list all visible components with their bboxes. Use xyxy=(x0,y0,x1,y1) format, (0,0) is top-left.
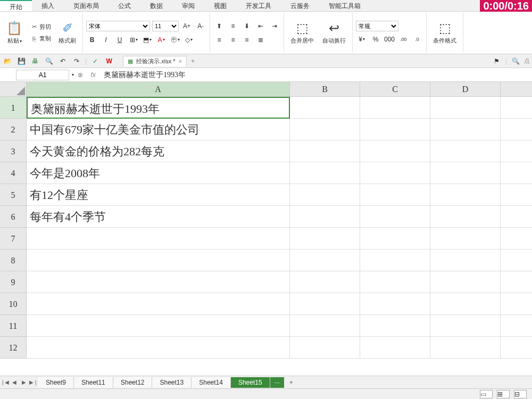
cell[interactable]: 今年是2008年 xyxy=(27,162,290,184)
cell[interactable] xyxy=(27,293,290,315)
menu-smart-toolbox[interactable]: 智能工具箱 xyxy=(319,0,370,11)
cell[interactable] xyxy=(290,337,360,359)
paste-button[interactable]: 📋 粘贴▾ xyxy=(3,20,26,46)
document-tab[interactable]: ▦ 经验演示.xlsx * × xyxy=(123,56,187,66)
cell-a1[interactable]: 奥黛丽赫本逝世于1993年 xyxy=(27,97,290,119)
sheet-nav-first[interactable]: ❘◀ xyxy=(0,379,10,385)
close-tab-button[interactable]: × xyxy=(178,58,181,64)
new-tab-button[interactable]: + xyxy=(187,56,199,66)
cell[interactable] xyxy=(501,140,532,162)
align-center-button[interactable]: ≡ xyxy=(227,34,239,46)
menu-insert[interactable]: 插入 xyxy=(32,0,64,11)
cell[interactable] xyxy=(290,119,360,140)
cell[interactable] xyxy=(430,337,501,359)
cell[interactable] xyxy=(501,206,532,228)
row-header[interactable]: 7 xyxy=(0,228,27,250)
underline-button[interactable]: U xyxy=(114,34,126,46)
cell[interactable] xyxy=(27,250,290,271)
sheet-tab[interactable]: Sheet14 xyxy=(192,377,231,388)
menu-cloud[interactable]: 云服务 xyxy=(281,0,319,11)
cell[interactable] xyxy=(501,315,532,337)
cell[interactable] xyxy=(430,119,501,140)
align-top-button[interactable]: ⬆ xyxy=(213,20,225,32)
align-middle-button[interactable]: ≡ xyxy=(227,20,239,32)
row-header[interactable]: 11 xyxy=(0,315,27,337)
cell[interactable] xyxy=(501,250,532,271)
col-header-b[interactable]: B xyxy=(290,82,360,97)
cell[interactable] xyxy=(430,293,501,315)
cell[interactable]: 有12个星座 xyxy=(27,184,290,206)
row-header[interactable]: 10 xyxy=(0,293,27,315)
cell[interactable] xyxy=(290,228,360,250)
sheet-tab[interactable]: Sheet11 xyxy=(74,377,113,388)
clear-format-button[interactable]: ◇▾ xyxy=(183,34,195,46)
format-painter-button[interactable]: ✐ 格式刷 xyxy=(55,20,79,46)
col-header-a[interactable]: A xyxy=(27,82,290,97)
cell[interactable] xyxy=(27,271,290,293)
font-color-button[interactable]: A▾ xyxy=(155,34,167,46)
cell[interactable] xyxy=(501,293,532,315)
cell[interactable] xyxy=(290,250,360,271)
increase-font-button[interactable]: A+ xyxy=(181,20,193,32)
currency-button[interactable]: ¥▾ xyxy=(356,34,368,45)
cell[interactable] xyxy=(290,271,360,293)
bold-button[interactable]: B xyxy=(86,34,98,46)
conditional-format-button[interactable]: ⬚ 条件格式 xyxy=(430,20,460,46)
cell[interactable] xyxy=(27,315,290,337)
cell[interactable] xyxy=(27,337,290,359)
cell[interactable]: 中国有679家十亿美金市值的公司 xyxy=(27,119,290,140)
cell[interactable] xyxy=(360,337,430,359)
cell[interactable]: 今天黄金的价格为282每克 xyxy=(27,140,290,162)
cell[interactable] xyxy=(430,206,501,228)
number-format-select[interactable]: 常规 xyxy=(356,21,398,31)
cell[interactable] xyxy=(430,250,501,271)
cell[interactable] xyxy=(501,119,532,140)
row-header[interactable]: 12 xyxy=(0,337,27,359)
cell[interactable] xyxy=(360,162,430,184)
increase-decimal-button[interactable]: .00 xyxy=(397,34,409,45)
cell[interactable] xyxy=(501,337,532,359)
name-box[interactable] xyxy=(16,70,69,80)
cell[interactable] xyxy=(360,271,430,293)
cell[interactable] xyxy=(360,315,430,337)
copy-button[interactable]: ⎘复制 xyxy=(28,34,53,44)
align-left-button[interactable]: ≡ xyxy=(213,34,225,46)
align-bottom-button[interactable]: ⬇ xyxy=(241,20,253,32)
cancel-formula-button[interactable]: ⊗ xyxy=(74,71,87,79)
cell[interactable] xyxy=(430,184,501,206)
menu-review[interactable]: 审阅 xyxy=(172,0,204,11)
cell[interactable] xyxy=(430,162,501,184)
col-header-d[interactable]: D xyxy=(430,82,501,97)
cell[interactable] xyxy=(501,271,532,293)
row-header[interactable]: 8 xyxy=(0,250,27,271)
col-header-c[interactable]: C xyxy=(360,82,430,97)
formula-input[interactable]: 奥黛丽赫本逝世于1993年 xyxy=(99,69,532,81)
cut-button[interactable]: ✂剪切 xyxy=(28,22,53,32)
row-header[interactable]: 5 xyxy=(0,184,27,206)
cell[interactable] xyxy=(290,206,360,228)
menu-start[interactable]: 开始 xyxy=(0,0,32,11)
fill-color-button[interactable]: ⬒▾ xyxy=(142,34,153,46)
distribute-button[interactable]: ≣ xyxy=(255,34,267,46)
cell[interactable] xyxy=(360,206,430,228)
select-all-corner[interactable] xyxy=(0,82,27,97)
print-button[interactable]: 🖶 xyxy=(30,56,40,66)
sheet-nav-prev[interactable]: ◀ xyxy=(10,379,19,385)
menu-data[interactable]: 数据 xyxy=(140,0,172,11)
cell[interactable] xyxy=(501,184,532,206)
sheet-nav-last[interactable]: ▶❘ xyxy=(29,379,38,385)
cell[interactable] xyxy=(360,184,430,206)
align-right-button[interactable]: ≡ xyxy=(241,34,253,46)
sheet-tab[interactable]: Sheet13 xyxy=(152,377,192,388)
cell[interactable] xyxy=(360,140,430,162)
open-button[interactable]: 📂 xyxy=(2,56,13,66)
search-icon[interactable]: 🔍 xyxy=(510,56,521,66)
cell[interactable] xyxy=(430,97,501,119)
cell[interactable] xyxy=(430,140,501,162)
add-sheet-button[interactable]: + xyxy=(284,377,298,388)
menu-page-layout[interactable]: 页面布局 xyxy=(64,0,109,11)
sheet-nav-next[interactable]: ▶ xyxy=(19,379,29,385)
cell[interactable] xyxy=(360,119,430,140)
decrease-decimal-button[interactable]: .0 xyxy=(411,34,423,45)
undo-button[interactable]: ↶ xyxy=(57,56,68,66)
